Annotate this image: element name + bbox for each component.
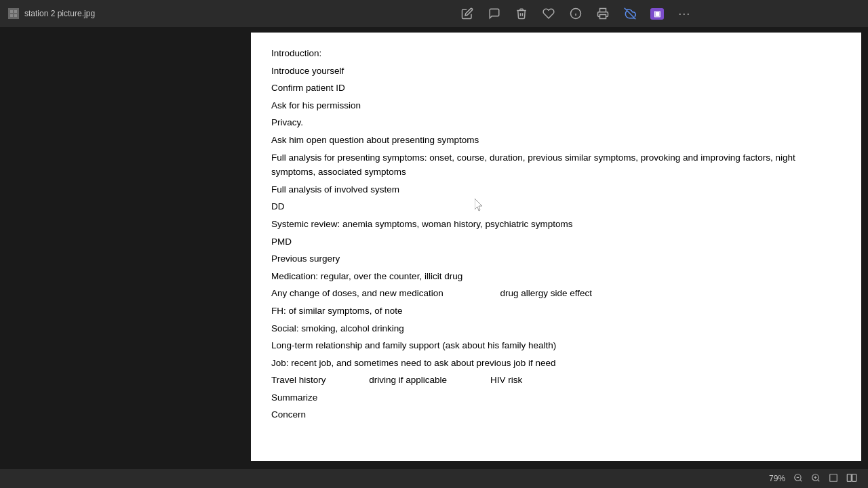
- title-bar: station 2 picture.jpg: [0, 0, 868, 27]
- line-pmd: PMD: [271, 235, 841, 249]
- status-bar: 79%: [0, 469, 868, 488]
- driving-text: driving if applicable: [369, 375, 447, 385]
- print-icon[interactable]: [595, 5, 611, 22]
- document-container[interactable]: Introduction: Introduce yourself Confirm…: [251, 33, 861, 461]
- delete-icon[interactable]: [513, 5, 530, 22]
- hiv-risk-text: HIV risk: [490, 375, 522, 385]
- line-fh: FH: of similar symptoms, of note: [271, 304, 841, 319]
- line-surgery: Previous surgery: [271, 251, 841, 266]
- heart-icon[interactable]: [540, 5, 557, 22]
- svg-line-13: [818, 479, 820, 481]
- page-count-icon[interactable]: [846, 473, 857, 485]
- svg-rect-3: [14, 14, 17, 17]
- line-confirm: Confirm patient ID: [271, 81, 841, 96]
- svg-rect-18: [852, 474, 856, 481]
- line-summarize: Summarize: [271, 390, 841, 405]
- line-introduce: Introduce yourself: [271, 64, 841, 79]
- title-bar-left: station 2 picture.jpg: [8, 8, 292, 19]
- svg-rect-16: [830, 474, 837, 481]
- line-job: Job: recent job, and sometimes need to a…: [271, 356, 841, 371]
- comment-icon[interactable]: [486, 5, 502, 22]
- edit-icon[interactable]: [459, 5, 475, 22]
- line-privacy: Privacy.: [271, 115, 841, 130]
- svg-line-10: [800, 479, 802, 481]
- line-social: Social: smoking, alcohol drinking: [271, 321, 841, 336]
- drug-allergy-text: drug allergy side effect: [500, 288, 592, 298]
- more-options-icon[interactable]: ···: [676, 5, 692, 22]
- zoom-level: 79%: [769, 474, 785, 483]
- toolbar: ▣ ···: [292, 5, 860, 22]
- zoom-in-icon[interactable]: [811, 473, 821, 485]
- svg-rect-0: [10, 10, 13, 13]
- window-icon: [8, 8, 19, 19]
- cloud-slash-icon[interactable]: [622, 5, 638, 22]
- line-medication: Medication: regular, over the counter, i…: [271, 269, 841, 284]
- info-icon[interactable]: [568, 5, 584, 22]
- line-travel: Travel history driving if applicable HIV…: [271, 373, 841, 388]
- line-systemic: Systemic review: anemia symptoms, woman …: [271, 217, 841, 232]
- line-full-analysis: Full analysis for presenting symptoms: o…: [271, 150, 841, 180]
- line-dd: DD: [271, 199, 841, 214]
- zoom-out-icon[interactable]: [793, 473, 803, 485]
- document-content: Introduction: Introduce yourself Confirm…: [271, 46, 841, 422]
- line-introduction: Introduction:: [271, 46, 841, 61]
- svg-rect-1: [14, 10, 17, 13]
- line-relationship: Long-term relationship and family suppor…: [271, 338, 841, 353]
- line-change-doses: Any change of doses, and new medication …: [271, 286, 841, 301]
- svg-rect-17: [847, 474, 851, 481]
- line-permission: Ask for his permission: [271, 98, 841, 113]
- line-concern: Concern: [271, 407, 841, 422]
- left-panel: [0, 33, 251, 469]
- line-involved: Full analysis of involved system: [271, 182, 841, 197]
- svg-rect-2: [10, 14, 13, 17]
- svg-rect-7: [600, 15, 606, 19]
- fit-page-icon[interactable]: [829, 473, 838, 485]
- layers-icon[interactable]: ▣: [649, 5, 665, 22]
- line-open-question: Ask him open question about presenting s…: [271, 133, 841, 148]
- window-title: station 2 picture.jpg: [24, 9, 95, 18]
